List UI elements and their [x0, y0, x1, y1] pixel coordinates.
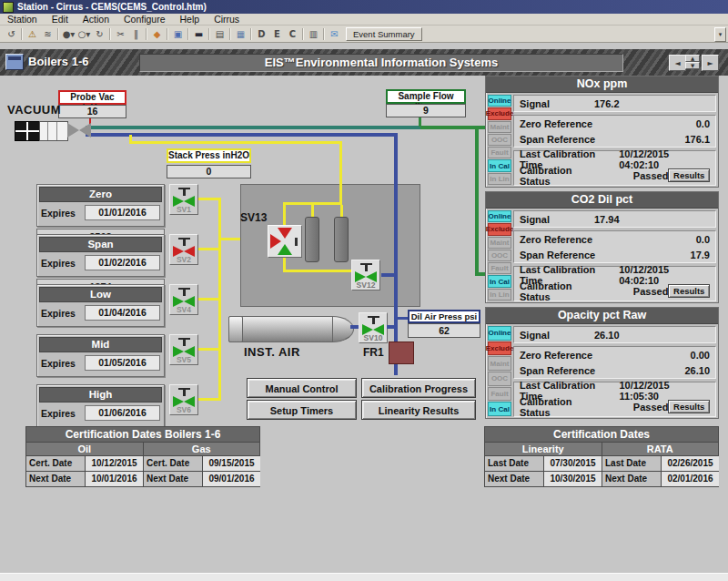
status-maint-button[interactable]: Maint	[488, 356, 511, 371]
expires-date: 01/02/2016	[85, 255, 160, 270]
span-ref-label: Span Reference	[520, 365, 595, 376]
valve-sv2[interactable]: SV2	[169, 234, 198, 265]
menu-configure[interactable]: Configure	[124, 14, 166, 25]
book-icon[interactable]: ▥	[306, 27, 321, 41]
document-icon[interactable]: ▤	[212, 27, 228, 41]
status-maint-button[interactable]: Maint	[488, 237, 511, 249]
status-incal-button[interactable]: In Cal	[488, 159, 511, 171]
analyzer-body: Signal176.2 Zero Reference0.0 Span Refer…	[513, 94, 716, 185]
status-exclude-button[interactable]: Exclude	[488, 341, 511, 356]
stack-press-label: Stack Press inH2O	[167, 148, 251, 163]
cell-label: Last Date	[485, 456, 543, 471]
menu-action[interactable]: Action	[83, 14, 109, 25]
nav-left-button[interactable]: ◄	[669, 55, 686, 71]
event-summary-button[interactable]: Event Summary	[346, 27, 422, 41]
signal-label: Signal	[520, 214, 550, 225]
menu-edit[interactable]: Edit	[52, 14, 68, 25]
status-online-button[interactable]: Online	[488, 95, 511, 107]
c-report-icon[interactable]: C	[285, 27, 300, 41]
pipe-calgas-into-box	[339, 141, 342, 205]
status-ooc-button[interactable]: OOC	[488, 134, 511, 146]
toolbar-separator	[302, 28, 304, 40]
cert-table-boilers: Certification Dates Boilers 1-6 Oil Gas …	[25, 426, 260, 487]
mail-icon[interactable]: ✉	[327, 27, 342, 41]
pipe-box-bottom-header	[283, 270, 356, 272]
status-fault-button[interactable]: Fault	[488, 262, 511, 274]
gas-panel-title: Mid	[39, 337, 162, 352]
table-title: Certification Dates Boilers 1-6	[26, 427, 259, 443]
menu-station[interactable]: Station	[7, 14, 37, 25]
valve-sv6[interactable]: SV6	[169, 384, 198, 415]
setup-timers-button[interactable]: Setup Timers	[247, 400, 357, 420]
refresh-icon[interactable]: ↻	[92, 27, 107, 41]
analyzer-title: CO2 Dil pct	[486, 192, 718, 209]
cal-status-value: Passed	[633, 286, 669, 297]
columns-icon[interactable]: ‖	[128, 27, 144, 41]
valve-sv13[interactable]	[268, 225, 302, 258]
status-incal-button[interactable]: In Cal	[488, 402, 511, 416]
results-button[interactable]: Results	[668, 400, 710, 413]
linearity-results-button[interactable]: Linearity Results	[361, 400, 476, 420]
signal-label: Signal	[520, 330, 550, 341]
status-fault-button[interactable]: Fault	[488, 387, 511, 402]
valve-sv5[interactable]: SV5	[169, 334, 198, 365]
valve-port-open-symbol	[278, 244, 292, 255]
calibration-progress-button[interactable]: Calibration Progress	[361, 378, 476, 398]
pipe-sv13-top-stub	[283, 205, 286, 225]
toolbar-overflow-button[interactable]: ▾	[714, 27, 726, 42]
nav-right-button[interactable]: ►	[702, 55, 719, 71]
status-exclude-button[interactable]: Exclude	[488, 107, 511, 119]
pipe-dilution-air-horizontal	[86, 133, 398, 137]
status-ooc-button[interactable]: OOC	[488, 250, 511, 261]
status-inlin-button[interactable]: In Lin	[488, 289, 511, 301]
status-inlin-button[interactable]: In Lin	[488, 173, 511, 185]
window-icon[interactable]: ▬	[191, 27, 207, 41]
toolbar-separator	[109, 28, 111, 40]
valve-sv10[interactable]: SV10	[359, 312, 388, 343]
picture-icon[interactable]: ▦	[233, 27, 248, 41]
toolbar-separator	[21, 28, 23, 40]
filled-circle-menu-icon[interactable]: ●▾	[61, 27, 76, 41]
calibration-box: Last Calibration Time10/12/2015 04:02:10…	[513, 150, 716, 186]
status-ooc-button[interactable]: OOC	[488, 372, 511, 386]
status-fault-button[interactable]: Fault	[488, 147, 511, 158]
acknowledge-hand-icon[interactable]: ◆	[149, 27, 165, 41]
calibration-box: Last Calibration Time10/12/2015 11:05:30…	[513, 382, 716, 417]
status-exclude-button[interactable]: Exclude	[488, 223, 511, 235]
cell-label: Cert. Date	[144, 456, 202, 471]
valve-sv12[interactable]: SV12	[351, 260, 380, 290]
e-report-icon[interactable]: E	[269, 27, 285, 41]
results-button[interactable]: Results	[668, 284, 710, 298]
probe-mount-icon	[15, 121, 40, 141]
menu-cirrus[interactable]: Cirrus	[214, 14, 239, 25]
column-header-linearity: Linearity	[485, 443, 602, 455]
status-online-button[interactable]: Online	[488, 210, 511, 222]
valve-sv1[interactable]: SV1	[169, 184, 198, 215]
monitor-icon[interactable]: ▣	[170, 27, 186, 41]
menu-help[interactable]: Help	[180, 14, 200, 25]
power-icon[interactable]: ↺	[4, 27, 19, 41]
alarm-icon[interactable]: ⚠	[25, 27, 40, 41]
status-incal-button[interactable]: In Cal	[488, 275, 511, 287]
nav-down-button[interactable]: ▼	[685, 62, 700, 69]
valve-tag: SV10	[359, 333, 387, 342]
filter-cylinder-1	[305, 217, 319, 262]
reference-box: Zero Reference0.00 Span Reference26.10	[513, 346, 716, 379]
signal-box: Signal176.2	[513, 95, 716, 112]
alarm-ack-icon[interactable]: ≋	[40, 27, 56, 41]
probe-valve-icon	[67, 123, 91, 138]
d-report-icon[interactable]: D	[254, 27, 269, 41]
status-online-button[interactable]: Online	[488, 326, 511, 341]
results-button[interactable]: Results	[668, 168, 710, 182]
pipe-dilution-air-vertical	[394, 133, 398, 375]
cut-icon[interactable]: ✂	[113, 27, 128, 41]
table-title: Certification Dates	[485, 427, 718, 443]
manual-control-button[interactable]: Manual Control	[247, 378, 357, 398]
nav-up-button[interactable]: ▲	[685, 55, 700, 62]
toolbar-separator	[323, 28, 325, 40]
valve-sv4[interactable]: SV4	[169, 284, 198, 315]
hollow-circle-menu-icon[interactable]: ○▾	[76, 27, 92, 41]
page-title: Boilers 1-6	[28, 55, 88, 68]
valve-tag: SV2	[170, 255, 197, 264]
status-maint-button[interactable]: Maint	[488, 121, 511, 133]
